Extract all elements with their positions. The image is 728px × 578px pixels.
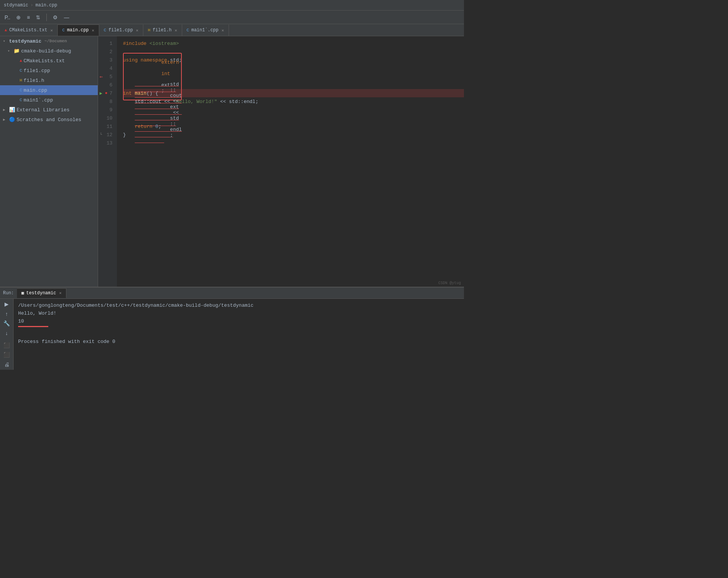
ln4: 4 [109, 66, 112, 71]
breakpoint-icon: ● [105, 91, 108, 96]
line-num-7: ▶ ● 7 [98, 89, 117, 97]
toolbar-project-btn[interactable]: P.. [3, 14, 12, 21]
tab-main1-label: main1`.cpp [191, 28, 218, 33]
toolbar-list-btn[interactable]: ≡ [25, 14, 31, 21]
bottom-tab-close[interactable]: ✕ [59, 291, 62, 295]
sidebar-maincpp-label: main.cpp [24, 88, 47, 93]
main1cpp-icon: C [20, 98, 22, 102]
ln1: 1 [109, 41, 112, 46]
tab-main1-close[interactable]: ✕ [221, 28, 224, 33]
l8-indent [123, 99, 135, 105]
line-num-10: 10 [98, 114, 117, 122]
sidebar-main1cpp-label: main1`.cpp [24, 97, 53, 103]
console-output[interactable]: /Users/gonglongteng/Documents/test/c++/t… [14, 299, 464, 370]
run-wrap-btn[interactable]: ⬛ [2, 341, 12, 349]
code-lines: #include <iostream> using namespace std … [117, 36, 464, 287]
sidebar-file1h[interactable]: H file1.h [0, 75, 98, 85]
console-process-msg: Process finished with exit code 0 [18, 338, 459, 346]
code-container: 1 2 3 4 ⇐ 5 [98, 36, 464, 287]
console-empty-line [18, 330, 459, 338]
sidebar: ▾ testdynamic ~/Documen ▾ 📁 cmake-build-… [0, 36, 98, 287]
editor-area[interactable]: 1 2 3 4 ⇐ 5 [98, 36, 464, 287]
ln11: 11 [106, 124, 112, 129]
h-icon: H [148, 28, 151, 32]
ln12: 12 [106, 132, 112, 138]
bottom-tab-bar: Run: ▦ testdynamic ✕ [0, 287, 464, 299]
cmake-icon: ▲ [5, 28, 7, 32]
title-bar: stdynamic › main.cpp [0, 0, 464, 11]
toolbar: P.. ⊕ ≡ ⇅ ⚙ — [0, 11, 464, 24]
tab-main1[interactable]: C main1`.cpp ✕ [182, 25, 229, 36]
return-kw: return [135, 124, 152, 129]
line-num-12: └ 12 [98, 131, 117, 139]
int-kw2: int [123, 91, 132, 96]
toolbar-sort-btn[interactable]: ⇅ [34, 14, 42, 21]
toolbar-separator [46, 14, 47, 21]
code-line-9: std :: cout << ext << std :: endl ; [123, 106, 464, 114]
line-num-8: 8 [98, 97, 117, 106]
tab-file1h-close[interactable]: ✕ [175, 28, 177, 33]
l8-std2: std [229, 99, 238, 105]
line-num-6: 6 [98, 81, 117, 89]
code-line-13 [123, 139, 464, 147]
sidebar-maincpp[interactable]: C main.cpp [0, 85, 98, 95]
sidebar-file1cpp[interactable]: C file1.cpp [0, 66, 98, 75]
sidebar-scratches[interactable]: ▶ 🔵 Scratches and Consoles [0, 115, 98, 125]
sidebar-extlibs[interactable]: ▶ 📊 External Libraries [0, 105, 98, 115]
sidebar-root[interactable]: ▾ testdynamic ~/Documen [0, 36, 98, 46]
ln6: 6 [109, 82, 112, 88]
scratches-icon: 🔵 [9, 117, 15, 123]
tab-cmake-close[interactable]: ✕ [50, 28, 53, 33]
line-num-3: 3 [98, 56, 117, 64]
run-play-btn[interactable]: ▶ [2, 300, 12, 308]
code-line-10 [123, 114, 464, 122]
run-scroll-btn[interactable]: ⬛ [2, 351, 12, 359]
bottom-content: ▶ ↑ 🔧 ↓ ⬛ ⬛ 🖨 /Users/gonglongteng/Docume… [0, 299, 464, 370]
console-number: 10 [18, 318, 24, 324]
l11-indent [123, 124, 135, 129]
title-separator: › [31, 3, 33, 8]
ln9: 9 [109, 107, 112, 113]
extern-kw: extern [161, 60, 179, 65]
ln7: 7 [109, 91, 112, 96]
fold-icon: └ [100, 132, 102, 137]
console-path-line: /Users/gonglongteng/Documents/test/c++/t… [18, 302, 459, 310]
tab-file1cpp-close[interactable]: ✕ [136, 28, 138, 33]
tab-cmake[interactable]: ▲ CMakeLists.txt ✕ [0, 25, 58, 36]
app-brand: stdynamic [4, 3, 28, 8]
tab-main-label: main.cpp [67, 28, 89, 33]
toolbar-settings-btn[interactable]: ⚙ [51, 14, 59, 21]
cmake-file-icon: ▲ [20, 58, 22, 63]
cpp-icon: C [62, 28, 65, 32]
run-print-btn[interactable]: 🖨 [2, 361, 12, 368]
title-file: main.cpp [35, 3, 57, 8]
sidebar-cmake-build[interactable]: ▾ 📁 cmake-build-debug [0, 46, 98, 56]
extlibs-chevron: ▶ [3, 108, 8, 112]
sidebar-cmakelists-label: CMakeLists.txt [24, 58, 65, 64]
toolbar-minimize-btn[interactable]: — [62, 14, 71, 21]
sidebar-cmakelists[interactable]: ▲ CMakeLists.txt [0, 56, 98, 66]
h-file-icon: H [20, 78, 22, 83]
toolbar-sync-btn[interactable]: ⊕ [15, 14, 22, 21]
sidebar-main1cpp[interactable]: C main1`.cpp [0, 95, 98, 105]
tab-file1h[interactable]: H file1.h ✕ [143, 25, 182, 36]
tab-file1cpp-label: file1.cpp [109, 28, 133, 33]
console-number-block: 10 [18, 318, 459, 327]
run-up-btn[interactable]: ↑ [2, 310, 12, 318]
line-numbers: 1 2 3 4 ⇐ 5 [98, 36, 117, 287]
tab-file1cpp[interactable]: C file1.cpp ✕ [99, 25, 143, 36]
watermark: CSDN @ytug [438, 281, 461, 285]
bottom-tab-testdynamic[interactable]: ▦ testdynamic ✕ [17, 288, 66, 298]
ln13: 13 [106, 140, 112, 146]
ln2: 2 [109, 49, 112, 55]
tab-bar: ▲ CMakeLists.txt ✕ C main.cpp ✕ C file1.… [0, 24, 464, 36]
run-down-btn[interactable]: ↓ [2, 329, 12, 337]
cpp-icon3: C [187, 28, 189, 32]
root-chevron: ▾ [3, 39, 8, 43]
tab-main-close[interactable]: ✕ [92, 28, 94, 33]
code-line-12: } [123, 131, 464, 139]
run-tools-btn[interactable]: 🔧 [2, 320, 12, 327]
line-num-5: ⇐ 5 [98, 72, 117, 81]
ln8: 8 [109, 99, 112, 105]
tab-main[interactable]: C main.cpp ✕ [58, 25, 99, 36]
